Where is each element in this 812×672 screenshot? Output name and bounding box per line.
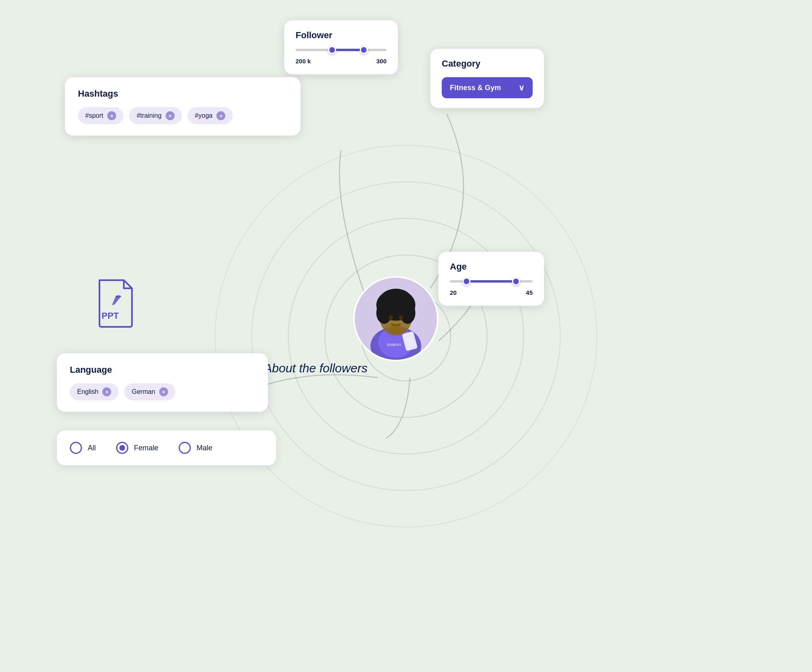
- hashtags-tags-row: #sport × #training × #yoga ×: [78, 107, 287, 124]
- hashtag-training: #training ×: [129, 107, 181, 124]
- follower-card-title: Follower: [296, 30, 387, 41]
- language-card-title: Language: [70, 365, 255, 375]
- chevron-down-icon: ∨: [518, 83, 525, 93]
- gender-card: All Female Male: [57, 430, 276, 465]
- hashtag-training-remove[interactable]: ×: [166, 111, 175, 120]
- language-german: German ×: [124, 383, 175, 400]
- language-english-remove[interactable]: ×: [102, 387, 111, 396]
- age-card: Age 20 45: [438, 252, 544, 306]
- gender-all-label: All: [88, 444, 96, 452]
- age-min-label: 20: [450, 289, 457, 296]
- age-card-title: Age: [450, 261, 533, 272]
- age-range-fill: [466, 280, 516, 283]
- gender-all-option[interactable]: All: [70, 442, 96, 454]
- gender-all-radio[interactable]: [70, 442, 82, 454]
- hashtags-card: Hashtags #sport × #training × #yoga ×: [65, 77, 300, 136]
- follower-thumb-left[interactable]: [328, 46, 336, 54]
- hashtag-yoga: #yoga ×: [188, 107, 233, 124]
- svg-point-14: [389, 315, 393, 320]
- follower-thumb-right[interactable]: [360, 46, 368, 54]
- gender-male-label: Male: [197, 444, 212, 452]
- svg-point-13: [380, 289, 412, 312]
- ppt-file-icon: PPT: [93, 276, 138, 329]
- ppt-icon-container[interactable]: PPT: [93, 276, 138, 331]
- category-dropdown[interactable]: Fitness & Gym ∨: [442, 77, 533, 98]
- category-card-title: Category: [442, 58, 533, 69]
- gender-female-label: Female: [134, 444, 158, 452]
- language-english: English ×: [70, 383, 119, 400]
- gender-female-option[interactable]: Female: [116, 442, 158, 454]
- followers-section-label: About the followers: [264, 361, 367, 375]
- hashtags-card-title: Hashtags: [78, 89, 287, 99]
- gender-options-row: All Female Male: [70, 442, 263, 454]
- hashtag-training-label: #training: [136, 112, 161, 119]
- language-english-label: English: [77, 388, 98, 395]
- follower-range-track[interactable]: [296, 49, 387, 51]
- language-card: Language English × German ×: [57, 353, 268, 412]
- hashtag-sport-label: #sport: [85, 112, 103, 119]
- hashtag-yoga-remove[interactable]: ×: [216, 111, 225, 120]
- follower-min-label: 200 k: [296, 58, 311, 65]
- follower-range-labels: 200 k 300: [296, 58, 387, 65]
- svg-text:PPT: PPT: [102, 311, 119, 321]
- language-tags-row: English × German ×: [70, 383, 255, 400]
- gender-female-radio[interactable]: [116, 442, 128, 454]
- hashtag-sport-remove[interactable]: ×: [107, 111, 116, 120]
- age-thumb-left[interactable]: [462, 277, 471, 285]
- language-german-remove[interactable]: ×: [159, 387, 168, 396]
- svg-text:SUNDAY: SUNDAY: [387, 343, 402, 347]
- age-max-label: 45: [526, 289, 533, 296]
- follower-max-label: 300: [376, 58, 387, 65]
- avatar: SUNDAY: [353, 276, 438, 361]
- gender-male-option[interactable]: Male: [179, 442, 212, 454]
- age-range-labels: 20 45: [450, 289, 533, 296]
- age-thumb-right[interactable]: [512, 277, 520, 285]
- follower-range-fill: [332, 49, 364, 51]
- hashtag-sport: #sport ×: [78, 107, 123, 124]
- hashtag-yoga-label: #yoga: [195, 112, 213, 119]
- language-german-label: German: [132, 388, 155, 395]
- category-card: Category Fitness & Gym ∨: [430, 49, 544, 108]
- category-selected-value: Fitness & Gym: [450, 84, 501, 92]
- svg-point-15: [399, 315, 403, 320]
- age-range-track[interactable]: [450, 280, 533, 283]
- gender-male-radio[interactable]: [179, 442, 191, 454]
- follower-card: Follower 200 k 300: [284, 20, 398, 74]
- scene: About the influencer About the followers: [0, 0, 812, 672]
